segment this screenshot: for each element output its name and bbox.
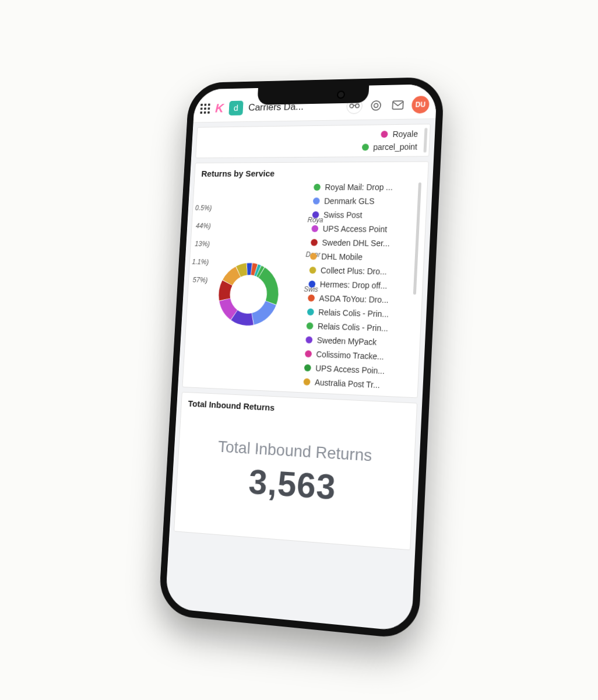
legend-item[interactable]: DHL Mobile (310, 251, 413, 262)
legend-item[interactable]: Denmark GLS (313, 197, 415, 206)
mail-icon[interactable] (389, 96, 406, 113)
legend-item[interactable]: Hermes: Drop off... (308, 279, 411, 291)
slice-pct-label: 0.5%) (195, 204, 212, 212)
user-avatar[interactable]: DU (411, 96, 430, 114)
legend-dot-icon (304, 364, 311, 371)
legend-item[interactable]: Colissimo Tracke... (305, 349, 407, 362)
legend-label: Relais Colis - Prin... (318, 307, 389, 318)
donut-slice[interactable] (247, 263, 252, 275)
app-screen: K d Carriers Da... DU Royaleparcel_point… (165, 84, 437, 632)
legend-label: Australia Post Tr... (315, 377, 380, 390)
donut-chart-area: 0.5%)44%)13%)1.1%)57%) RoyaDenrSwis (189, 183, 309, 386)
legend-label: Sweden MyPack (316, 335, 377, 347)
slice-pct-label: 57%) (192, 276, 207, 284)
legend-dot-icon (312, 211, 319, 218)
legend-dot-icon (306, 323, 313, 330)
svg-point-1 (356, 104, 360, 107)
legend-dot-icon (303, 378, 310, 386)
legend-item[interactable]: Relais Colis - Prin... (306, 321, 409, 334)
legend-item[interactable]: Royale (381, 129, 418, 139)
legend-dot-icon (310, 253, 317, 260)
legend-dot-icon (381, 131, 388, 138)
legend-dot-icon (311, 225, 318, 232)
legend-item[interactable]: Royal Mail: Drop ... (314, 183, 416, 192)
workspace-badge[interactable]: d (228, 100, 243, 115)
legend-item[interactable]: Sweden MyPack (305, 335, 408, 348)
legend-dot-icon (307, 309, 314, 316)
legend-label: Collect Plus: Dro... (321, 266, 387, 276)
legend-item[interactable]: Australia Post Tr... (303, 377, 406, 391)
metric-value: 3,563 (248, 461, 337, 508)
legend-dot-icon (308, 295, 315, 302)
svg-point-0 (350, 104, 354, 107)
legend-dot-icon (362, 144, 369, 150)
legend-dot-icon (305, 350, 312, 357)
svg-point-2 (371, 100, 381, 110)
slice-pct-label: 1.1%) (192, 258, 209, 266)
legend-label: ASDA ToYou: Dro... (319, 293, 389, 304)
donut-chart[interactable] (211, 257, 286, 332)
scrollbar[interactable] (423, 128, 427, 152)
donut-slice[interactable] (251, 300, 276, 325)
svg-point-3 (374, 103, 378, 107)
legend-dot-icon (305, 336, 312, 343)
legend-label: Denmark GLS (324, 197, 375, 206)
phone-frame: K d Carriers Da... DU Royaleparcel_point… (158, 77, 444, 640)
legend-item[interactable]: ASDA ToYou: Dro... (308, 293, 410, 305)
legend-label: Royal Mail: Drop ... (325, 183, 393, 192)
legend-dot-icon (308, 281, 315, 288)
legend-label: Hermes: Drop off... (319, 279, 387, 290)
kibana-logo-icon[interactable]: K (215, 101, 224, 116)
legend-label: Swiss Post (323, 210, 363, 219)
legend-dot-icon (313, 198, 320, 205)
returns-by-service-panel: Returns by Service 0.5%)44%)13%)1.1%)57%… (182, 161, 428, 398)
legend-item[interactable]: Sweden DHL Ser... (311, 238, 413, 249)
legend-label: Royale (392, 129, 418, 139)
help-icon[interactable] (368, 97, 385, 113)
legend-label: Sweden DHL Ser... (322, 238, 390, 248)
legend-item[interactable]: UPS Access Point (311, 224, 413, 235)
carriers-legend-panel: Royaleparcel_point (195, 124, 431, 158)
phone-notch (257, 85, 369, 105)
legend-label: DHL Mobile (321, 252, 363, 262)
apps-grid-icon[interactable] (200, 103, 210, 113)
legend-item[interactable]: parcel_point (361, 142, 417, 152)
slice-pct-label: 13%) (195, 240, 210, 248)
metric-label: Total Inbound Returns (217, 438, 372, 466)
slice-pct-label: 44%) (196, 222, 211, 230)
legend-item[interactable]: Relais Colis - Prin... (307, 307, 410, 320)
legend-item[interactable]: UPS Access Poin... (304, 363, 407, 376)
panel-title: Returns by Service (201, 168, 421, 178)
legend-label: Relais Colis - Prin... (318, 321, 389, 333)
legend-item[interactable]: Swiss Post (312, 210, 414, 220)
legend-label: parcel_point (373, 142, 417, 152)
legend-dot-icon (314, 184, 321, 191)
total-inbound-panel: Total Inbound Returns Total Inbound Retu… (174, 392, 417, 551)
legend-label: UPS Access Poin... (315, 363, 385, 376)
service-legend: Royal Mail: Drop ...Denmark GLSSwiss Pos… (303, 183, 420, 391)
legend-label: Colissimo Tracke... (316, 349, 384, 361)
legend-label: UPS Access Point (322, 224, 387, 234)
legend-item[interactable]: Collect Plus: Dro... (309, 265, 411, 276)
svg-rect-4 (392, 101, 403, 109)
legend-dot-icon (311, 239, 318, 246)
legend-dot-icon (309, 267, 316, 274)
